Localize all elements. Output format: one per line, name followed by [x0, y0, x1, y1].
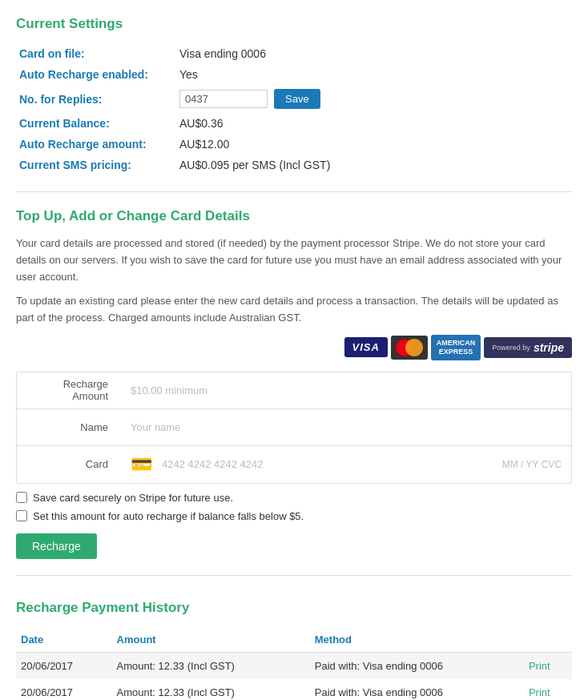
current-balance-value: AU$0.36: [176, 113, 572, 134]
no-for-replies-row: No. for Replies: Save: [16, 85, 572, 113]
print-link[interactable]: Print: [529, 686, 550, 698]
current-balance-label: Current Balance:: [16, 113, 176, 134]
history-method: Paid with: Visa ending 0006: [310, 652, 524, 679]
save-button[interactable]: Save: [274, 89, 320, 109]
name-row: Name: [17, 409, 571, 446]
auto-recharge-row: Auto Recharge enabled: Yes: [16, 64, 572, 85]
history-table-header: Date Amount Method: [16, 627, 572, 653]
card-icon: 💳: [131, 454, 152, 475]
history-date: 20/06/2017: [16, 679, 112, 700]
card-on-file-row: Card on file: Visa ending 0006: [16, 43, 572, 64]
save-card-checkbox-row: Save card securely on Stripe for future …: [16, 492, 572, 504]
history-title: Recharge Payment History: [16, 600, 572, 616]
stripe-name-text: stripe: [534, 341, 564, 354]
col-amount: Amount: [112, 627, 310, 653]
history-method: Paid with: Visa ending 0006: [310, 679, 524, 700]
auto-recharge-amount-value: AU$12.00: [176, 134, 572, 155]
auto-recharge-value: Yes: [176, 64, 572, 85]
history-amount: Amount: 12.33 (Incl GST): [112, 652, 310, 679]
topup-title: Top Up, Add or Change Card Details: [16, 208, 572, 224]
history-amount: Amount: 12.33 (Incl GST): [112, 679, 310, 700]
col-print: [524, 627, 572, 653]
auto-recharge-checkbox[interactable]: [16, 510, 27, 521]
history-date: 20/06/2017: [16, 652, 112, 679]
settings-table: Card on file: Visa ending 0006 Auto Rech…: [16, 43, 572, 175]
save-card-label: Save card securely on Stripe for future …: [33, 492, 233, 504]
no-for-replies-label: No. for Replies:: [16, 85, 176, 113]
auto-recharge-amount-row: Auto Recharge amount: AU$12.00: [16, 134, 572, 155]
history-section: Recharge Payment History Date Amount Met…: [16, 600, 572, 700]
history-print: Print: [524, 652, 572, 679]
divider-1: [16, 191, 572, 192]
mc-circle-orange: [405, 339, 423, 356]
recharge-amount-input[interactable]: [131, 384, 562, 396]
history-table-body: 20/06/2017 Amount: 12.33 (Incl GST) Paid…: [16, 652, 572, 700]
current-settings-section: Current Settings Card on file: Visa endi…: [16, 16, 572, 175]
divider-2: [16, 575, 572, 576]
recharge-button[interactable]: Recharge: [16, 533, 97, 559]
history-print: Print: [524, 679, 572, 700]
auto-recharge-label: Set this amount for auto recharge if bal…: [33, 510, 304, 522]
amex-logo: AMERICAN EXPRESS: [431, 335, 481, 360]
card-label: Card: [17, 458, 121, 470]
name-input[interactable]: [131, 421, 562, 433]
no-for-replies-input[interactable]: [179, 90, 268, 108]
stripe-logo: Powered by stripe: [484, 337, 572, 358]
card-on-file-value: Visa ending 0006: [176, 43, 572, 64]
current-balance-row: Current Balance: AU$0.36: [16, 113, 572, 134]
history-row: 20/06/2017 Amount: 12.33 (Incl GST) Paid…: [16, 652, 572, 679]
payment-logos: VISA AMERICAN EXPRESS Powered by stripe: [16, 335, 572, 360]
recharge-amount-label: Recharge Amount: [17, 378, 121, 402]
sms-pricing-label: Current SMS pricing:: [16, 155, 176, 175]
card-on-file-label: Card on file:: [16, 43, 176, 64]
mastercard-logo: [391, 336, 428, 360]
no-for-replies-input-area: Save: [179, 89, 569, 109]
topup-desc-2: To update an existing card please enter …: [16, 293, 572, 327]
payment-form: Recharge Amount Name Card 💳 4242 4242 42…: [16, 372, 572, 484]
save-card-checkbox[interactable]: [16, 492, 27, 503]
sms-pricing-row: Current SMS pricing: AU$0.095 per SMS (I…: [16, 155, 572, 175]
auto-recharge-checkbox-row: Set this amount for auto recharge if bal…: [16, 510, 572, 522]
card-extra-fields: MM / YY CVC: [502, 459, 562, 470]
auto-recharge-amount-label: Auto Recharge amount:: [16, 134, 176, 155]
sms-pricing-value: AU$0.095 per SMS (Incl GST): [176, 155, 572, 175]
auto-recharge-label: Auto Recharge enabled:: [16, 64, 176, 85]
recharge-amount-row: Recharge Amount: [17, 372, 571, 409]
history-table: Date Amount Method 20/06/2017 Amount: 12…: [16, 627, 572, 700]
visa-logo: VISA: [344, 337, 388, 357]
stripe-powered-by-text: Powered by: [492, 344, 530, 352]
col-date: Date: [16, 627, 112, 653]
name-label: Name: [17, 421, 121, 433]
card-number-placeholder: 4242 4242 4242 4242: [162, 458, 493, 470]
current-settings-title: Current Settings: [16, 16, 572, 32]
print-link[interactable]: Print: [529, 660, 550, 672]
topup-section: Top Up, Add or Change Card Details Your …: [16, 208, 572, 559]
card-row: Card 💳 4242 4242 4242 4242 MM / YY CVC: [17, 446, 571, 483]
topup-desc-1: Your card details are processed and stor…: [16, 235, 572, 285]
history-row: 20/06/2017 Amount: 12.33 (Incl GST) Paid…: [16, 679, 572, 700]
col-method: Method: [310, 627, 524, 653]
